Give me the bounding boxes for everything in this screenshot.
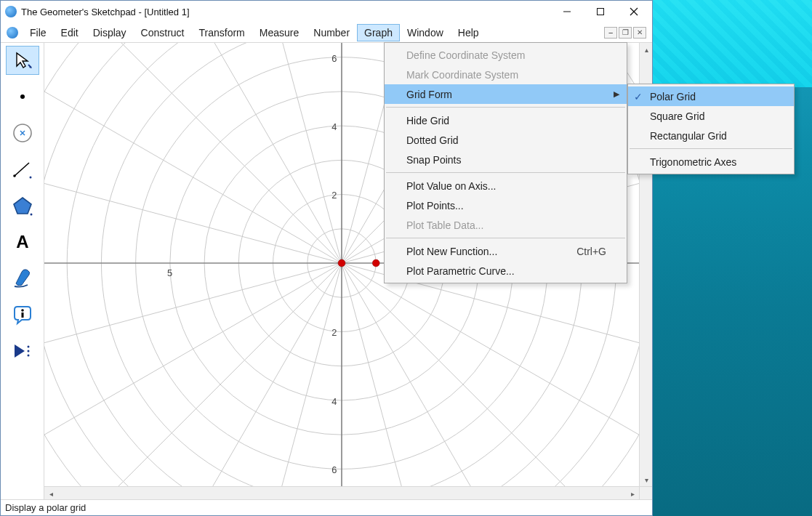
menu-construct[interactable]: Construct [134,24,192,41]
svg-line-36 [89,43,342,263]
menu-bar: FileEditDisplayConstructTransformMeasure… [1,23,652,43]
tool-line[interactable] [6,155,39,184]
svg-line-38 [249,43,342,263]
gridform-item-square-grid[interactable]: Square Grid [628,106,794,126]
graph-menu-item-snap-points[interactable]: Snap Points [385,150,627,169]
axis-label-y6: 6 [331,53,337,64]
menu-help[interactable]: Help [451,24,486,41]
gridform-item-rectangular-grid[interactable]: Rectangular Grid [628,126,794,145]
maximize-button[interactable] [584,1,617,23]
tool-info[interactable] [6,300,39,329]
graph-menu-dropdown: Define Coordinate SystemMark Coordinate … [384,42,627,283]
svg-line-9 [15,163,29,176]
tool-compass[interactable] [6,118,39,148]
marker-tool-icon [12,267,33,289]
gridform-item-polar-grid[interactable]: ✓Polar Grid [628,86,794,106]
graph-menu-item-plot-new-function[interactable]: Plot New Function...Ctrl+G [385,241,627,261]
svg-rect-1 [598,9,604,15]
graph-menu-item-hide-grid[interactable]: Hide Grid [385,110,627,130]
compass-tool-icon [12,122,33,144]
graph-menu-item-label: Plot Points... [406,200,464,211]
submenu-arrow-icon: ▶ [614,89,619,99]
graph-menu-item-define-coordinate-system: Define Coordinate System [385,45,627,65]
graph-menu-item-label: Plot Table Data... [406,219,483,231]
scroll-left-arrow[interactable]: ◂ [45,488,57,499]
polygon-tool-icon [12,195,33,217]
minimize-icon [563,7,571,16]
graph-menu-item-plot-parametric-curve[interactable]: Plot Parametric Curve... [385,261,627,281]
svg-text:A: A [16,232,28,251]
origin-point[interactable] [338,259,345,267]
axis-label-y2: 2 [331,190,337,201]
gridform-separator [630,148,792,149]
menu-measure[interactable]: Measure [252,24,306,41]
axis-label-yn4: 4 [331,396,337,407]
toolbox: A [1,43,44,499]
menu-number[interactable]: Number [306,24,357,41]
mdi-minimize-button[interactable]: ‒ [604,27,617,39]
tool-custom[interactable] [6,336,39,366]
scroll-right-arrow[interactable]: ▸ [627,488,638,499]
horizontal-scrollbar[interactable]: ◂ ▸ [44,486,639,499]
svg-point-5 [20,94,25,99]
arrow-tool-icon [12,50,33,70]
minimize-button[interactable] [550,1,584,23]
svg-line-32 [44,263,342,355]
svg-line-35 [44,84,342,263]
svg-line-23 [342,263,639,442]
svg-line-31 [44,263,342,442]
scroll-up-arrow[interactable]: ▴ [640,44,652,55]
graph-menu-item-label: Grid Form [406,89,452,100]
info-tool-icon [12,304,33,326]
gridform-submenu: ✓Polar GridSquare GridRectangular GridTr… [627,84,795,174]
tool-arrow[interactable] [6,46,39,75]
axis-label-xn5: 5 [167,267,172,278]
line-tool-icon [12,158,33,180]
title-bar[interactable]: The Geometer's Sketchpad - [Untitled 1] [1,1,652,23]
svg-line-26 [342,263,434,486]
svg-marker-17 [15,344,25,358]
axis-label-yn6: 6 [331,464,337,475]
menu-file[interactable]: File [23,24,54,41]
status-text: Display a polar grid [5,502,86,513]
graph-menu-item-label: Snap Points [406,154,462,166]
graph-menu-item-plot-value-on-axis[interactable]: Plot Value on Axis... [385,176,627,195]
close-button[interactable] [617,1,651,23]
svg-point-15 [21,309,24,312]
svg-line-25 [342,263,520,486]
maximize-icon [596,7,605,16]
mdi-restore-button[interactable]: ❐ [619,27,632,39]
tool-text[interactable]: A [6,227,39,257]
window-title: The Geometer's Sketchpad - [Untitled 1] [21,7,550,17]
graph-menu-separator [386,172,625,173]
menu-transform[interactable]: Transform [192,24,252,41]
graph-menu-item-plot-points[interactable]: Plot Points... [385,195,627,215]
tool-point[interactable] [6,82,39,111]
svg-point-20 [27,355,29,357]
svg-line-24 [342,263,595,486]
menu-display[interactable]: Display [86,24,134,41]
svg-line-29 [163,263,342,486]
svg-line-28 [249,263,342,486]
gridform-item-label: Trigonometric Axes [650,156,736,168]
scroll-down-arrow[interactable]: ▾ [640,474,652,485]
app-icon [5,6,17,17]
check-icon: ✓ [634,91,643,102]
svg-line-30 [89,263,342,486]
tool-polygon[interactable] [6,191,39,220]
document-icon[interactable] [7,27,18,39]
menu-edit[interactable]: Edit [54,24,86,41]
tool-marker[interactable] [6,264,39,293]
menu-window[interactable]: Window [400,24,451,41]
menu-graph[interactable]: Graph [357,24,400,41]
graph-menu-item-grid-form[interactable]: Grid Form▶ [385,84,627,104]
svg-point-18 [27,346,29,348]
status-bar: Display a polar grid [1,499,652,515]
mdi-close-button[interactable]: ✕ [633,27,646,39]
graph-menu-item-label: Mark Coordinate System [406,69,518,81]
gridform-item-trigonometric-axes[interactable]: Trigonometric Axes [628,152,794,172]
unit-point[interactable] [372,259,379,267]
graph-menu-item-mark-coordinate-system: Mark Coordinate System [385,65,627,84]
custom-tool-icon [12,342,33,360]
graph-menu-item-dotted-grid[interactable]: Dotted Grid [385,130,627,150]
